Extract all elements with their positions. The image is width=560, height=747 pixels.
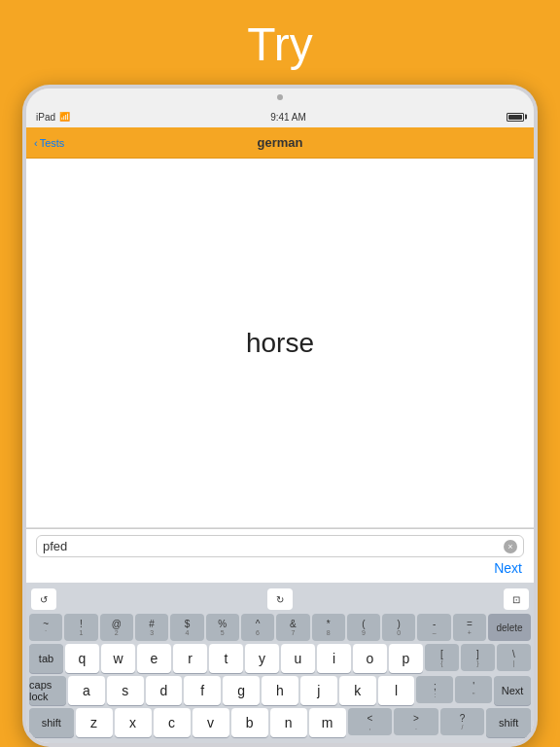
amp-key[interactable]: &7 xyxy=(276,614,309,641)
slash-key[interactable]: ?/ xyxy=(440,708,485,735)
hash-key[interactable]: #3 xyxy=(135,614,168,641)
nav-title: german xyxy=(258,135,303,150)
back-label[interactable]: Tests xyxy=(40,137,65,149)
capslock-key[interactable]: caps lock xyxy=(29,676,66,705)
nav-bar: ‹ Tests german xyxy=(26,127,534,159)
m-key[interactable]: m xyxy=(309,708,346,737)
shift-left-key[interactable]: shift xyxy=(29,708,74,737)
minus-key[interactable]: -– xyxy=(417,614,450,641)
content-area: horse xyxy=(26,159,534,528)
v-key[interactable]: v xyxy=(192,708,229,737)
h-key[interactable]: h xyxy=(262,676,298,705)
tablet-camera xyxy=(277,94,283,100)
tab-key[interactable]: tab xyxy=(29,644,63,673)
page-title: Try xyxy=(0,0,560,85)
lparen-key[interactable]: (9 xyxy=(347,614,380,641)
n-key[interactable]: n xyxy=(270,708,307,737)
b-key[interactable]: b xyxy=(231,708,268,737)
answer-input[interactable]: pfed xyxy=(43,539,504,553)
special-keys-row: ~` !1 @2 #3 $4 %5 ^6 &7 *8 (9 )0 -– =+ d… xyxy=(29,614,531,641)
tablet-top-bar xyxy=(26,89,534,106)
status-left: iPad 📶 xyxy=(36,112,70,123)
input-area: pfed × Next xyxy=(26,528,534,583)
period-key[interactable]: >. xyxy=(394,708,438,735)
r-key[interactable]: r xyxy=(173,644,207,673)
word-display: horse xyxy=(246,328,314,359)
paste-button[interactable]: ⊡ xyxy=(504,588,529,610)
p-key[interactable]: p xyxy=(389,644,423,673)
at-key[interactable]: @2 xyxy=(100,614,133,641)
shift-right-key[interactable]: shift xyxy=(486,708,531,737)
e-key[interactable]: e xyxy=(137,644,171,673)
g-key[interactable]: g xyxy=(223,676,260,705)
w-key[interactable]: w xyxy=(101,644,135,673)
z-key[interactable]: z xyxy=(76,708,113,737)
keyboard: ↺ ↻ ⊡ ~` !1 @2 #3 $4 %5 ^6 &7 *8 (9 )0 -… xyxy=(26,583,534,743)
tablet-wrapper: iPad 📶 9:41 AM ‹ Tests german horse xyxy=(22,85,538,747)
caret-key[interactable]: ^6 xyxy=(241,614,274,641)
tilde-key[interactable]: ~` xyxy=(29,614,62,641)
q-key[interactable]: q xyxy=(65,644,99,673)
c-key[interactable]: c xyxy=(154,708,191,737)
equals-key[interactable]: =+ xyxy=(453,614,486,641)
zxcv-row: shift z x c v b n m <, >. ?/ shift xyxy=(29,708,531,737)
percent-key[interactable]: %5 xyxy=(206,614,239,641)
a-key[interactable]: a xyxy=(68,676,105,705)
back-button[interactable]: ‹ Tests xyxy=(34,137,64,149)
rbracket-key[interactable]: ]} xyxy=(461,644,495,671)
delete-key[interactable]: delete xyxy=(488,614,531,641)
k-key[interactable]: k xyxy=(339,676,376,705)
status-right xyxy=(507,113,524,122)
s-key[interactable]: s xyxy=(107,676,144,705)
status-bar: iPad 📶 9:41 AM xyxy=(26,106,534,127)
enter-key[interactable]: Next xyxy=(494,676,531,705)
x-key[interactable]: x xyxy=(115,708,152,737)
star-key[interactable]: *8 xyxy=(312,614,345,641)
j-key[interactable]: j xyxy=(300,676,337,705)
lbracket-key[interactable]: [{ xyxy=(425,644,459,671)
y-key[interactable]: y xyxy=(245,644,279,673)
o-key[interactable]: o xyxy=(353,644,387,673)
l-key[interactable]: l xyxy=(378,676,415,705)
qwerty-row: tab q w e r t y u i o p [{ ]} \| xyxy=(29,644,531,673)
backslash-key[interactable]: \| xyxy=(497,644,531,671)
quote-key[interactable]: '" xyxy=(455,676,492,703)
u-key[interactable]: u xyxy=(281,644,315,673)
keyboard-action-row: ↺ ↻ ⊡ xyxy=(29,587,531,614)
comma-key[interactable]: <, xyxy=(348,708,393,735)
redo-button[interactable]: ↻ xyxy=(267,588,293,610)
chevron-left-icon: ‹ xyxy=(34,137,38,149)
semicolon-key[interactable]: ;: xyxy=(416,676,453,703)
clear-button[interactable]: × xyxy=(504,540,517,553)
rparen-key[interactable]: )0 xyxy=(382,614,415,641)
i-key[interactable]: i xyxy=(317,644,351,673)
t-key[interactable]: t xyxy=(209,644,243,673)
device-label: iPad xyxy=(36,112,55,123)
d-key[interactable]: d xyxy=(146,676,183,705)
asdf-row: caps lock a s d f g h j k l ;: '" Next xyxy=(29,676,531,705)
battery-icon xyxy=(507,113,524,122)
dollar-key[interactable]: $4 xyxy=(170,614,203,641)
f-key[interactable]: f xyxy=(184,676,221,705)
exclaim-key[interactable]: !1 xyxy=(64,614,97,641)
time-display: 9:41 AM xyxy=(270,112,306,123)
wifi-icon: 📶 xyxy=(59,112,70,122)
undo-button[interactable]: ↺ xyxy=(31,588,56,610)
input-row: pfed × xyxy=(36,535,524,557)
next-button[interactable]: Next xyxy=(36,557,524,579)
